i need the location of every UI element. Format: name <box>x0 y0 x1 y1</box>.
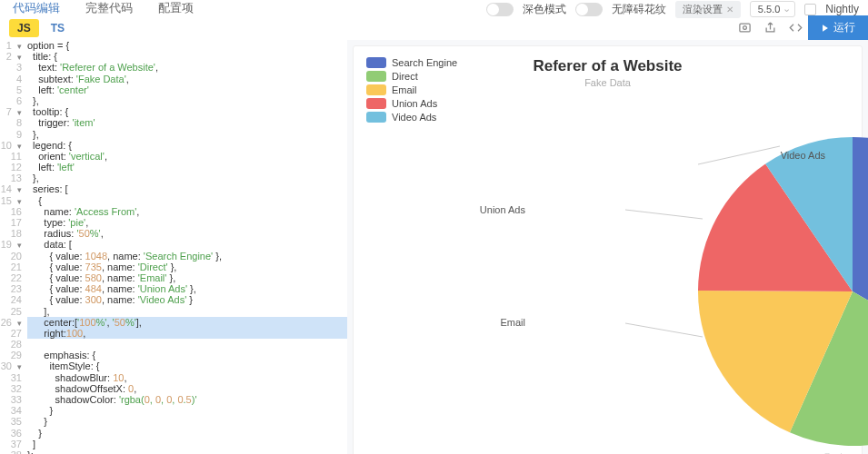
code-line[interactable]: { value: 735, name: 'Direct' }, <box>27 262 347 272</box>
code-line[interactable]: shadowOffsetX: 0, <box>27 383 347 394</box>
legend-item[interactable]: Video Ads <box>366 112 457 123</box>
legend-item[interactable]: Union Ads <box>366 98 457 109</box>
a11y-label: 无障碍花纹 <box>612 2 666 17</box>
legend-label: Video Ads <box>392 112 436 123</box>
legend-label: Search Engine <box>392 57 457 68</box>
close-icon[interactable]: ✕ <box>726 5 733 15</box>
legend-label: Union Ads <box>392 98 437 109</box>
code-line[interactable]: { value: 484, name: 'Union Ads' }, <box>27 283 347 294</box>
code-line[interactable]: emphasis: { <box>27 350 347 360</box>
code-line[interactable]: trigger: 'item' <box>27 117 347 128</box>
code-line[interactable]: { <box>27 195 347 206</box>
pie-label: Video Ads <box>781 150 825 161</box>
code-line[interactable]: ], <box>27 306 347 317</box>
svg-point-1 <box>743 26 746 30</box>
code-line[interactable]: { value: 300, name: 'Video Ads' } <box>27 294 347 305</box>
render-settings-label: 渲染设置 <box>683 3 723 16</box>
svg-marker-2 <box>823 25 828 32</box>
code-line[interactable]: itemStyle: { <box>27 360 347 371</box>
tab-code-edit[interactable]: 代码编辑 <box>0 0 73 15</box>
legend-item[interactable]: Direct <box>366 71 457 82</box>
lang-tab-js[interactable]: JS <box>9 19 39 37</box>
version-select[interactable]: 5.5.0 <box>750 1 795 17</box>
code-line[interactable]: ] <box>27 439 347 449</box>
tab-config[interactable]: 配置项 <box>145 0 206 15</box>
code-line[interactable]: subtext: 'Fake Data', <box>27 74 347 84</box>
run-label: 运行 <box>833 20 855 35</box>
code-line[interactable]: }; <box>27 449 347 454</box>
share-icon[interactable] <box>757 15 783 40</box>
pie-label: Union Ads <box>480 204 525 215</box>
pie-chart <box>598 119 868 454</box>
code-line[interactable]: name: 'Access From', <box>27 206 347 217</box>
lang-tab-ts[interactable]: TS <box>43 19 73 37</box>
code-line[interactable]: option = { <box>27 40 347 51</box>
code-line[interactable]: } <box>27 428 347 439</box>
legend-chip <box>366 98 386 109</box>
code-line[interactable]: shadowColor: 'rgba(0, 0, 0, 0.5)' <box>27 394 347 405</box>
tab-full-code[interactable]: 完整代码 <box>73 0 145 15</box>
code-line[interactable]: radius: '50%', <box>27 228 347 239</box>
code-line[interactable]: tooltip: { <box>27 106 347 117</box>
code-line[interactable]: }, <box>27 95 347 106</box>
legend-chip <box>366 57 386 68</box>
legend-chip <box>366 71 386 82</box>
svg-rect-0 <box>739 24 749 32</box>
code-line[interactable]: type: 'pie', <box>27 217 347 228</box>
dark-mode-label: 深色模式 <box>523 2 566 17</box>
code-line[interactable]: }, <box>27 129 347 140</box>
render-settings-button[interactable]: 渲染设置 ✕ <box>675 1 741 18</box>
nightly-label: Nightly <box>825 3 859 15</box>
legend-item[interactable]: Search Engine <box>366 57 457 68</box>
pie-label: Email <box>500 317 525 328</box>
legend-label: Email <box>392 84 417 95</box>
code-line[interactable]: center:['100%', '50%'], <box>27 317 347 328</box>
code-line[interactable]: data: [ <box>27 239 347 250</box>
code-line[interactable]: } <box>27 405 347 416</box>
play-icon <box>821 24 830 33</box>
code-line[interactable]: }, <box>27 173 347 183</box>
legend-label: Direct <box>392 71 418 82</box>
legend-chip <box>366 84 386 95</box>
code-line[interactable]: { value: 1048, name: 'Search Engine' }, <box>27 251 347 262</box>
code-line[interactable] <box>27 339 347 350</box>
code-icon[interactable] <box>783 15 808 40</box>
code-line[interactable]: { value: 580, name: 'Email' }, <box>27 272 347 283</box>
code-editor[interactable]: 1 ▾2 ▾3 4 5 6 7 ▾8 9 10 ▾11 12 13 14 ▾15… <box>0 40 347 454</box>
code-line[interactable]: legend: { <box>27 140 347 151</box>
code-line[interactable]: left: 'left' <box>27 162 347 173</box>
chart-preview: Search EngineDirectEmailUnion AdsVideo A… <box>347 40 868 454</box>
code-line[interactable]: } <box>27 416 347 427</box>
legend-chip <box>366 112 386 123</box>
a11y-toggle[interactable] <box>575 3 603 16</box>
code-line[interactable]: title: { <box>27 51 347 62</box>
chart-legend: Search EngineDirectEmailUnion AdsVideo A… <box>366 57 457 125</box>
code-line[interactable]: series: [ <box>27 183 347 194</box>
screenshot-icon[interactable] <box>732 15 757 40</box>
legend-item[interactable]: Email <box>366 84 457 95</box>
code-line[interactable]: text: 'Referer of a Website', <box>27 62 347 73</box>
code-line[interactable]: orient: 'vertical', <box>27 151 347 162</box>
dark-mode-toggle[interactable] <box>486 3 514 16</box>
code-line[interactable]: shadowBlur: 10, <box>27 372 347 383</box>
code-line[interactable]: left: 'center' <box>27 84 347 95</box>
code-line[interactable]: right:100, <box>27 328 347 339</box>
nightly-checkbox[interactable] <box>804 4 816 15</box>
run-button[interactable]: 运行 <box>808 15 868 40</box>
